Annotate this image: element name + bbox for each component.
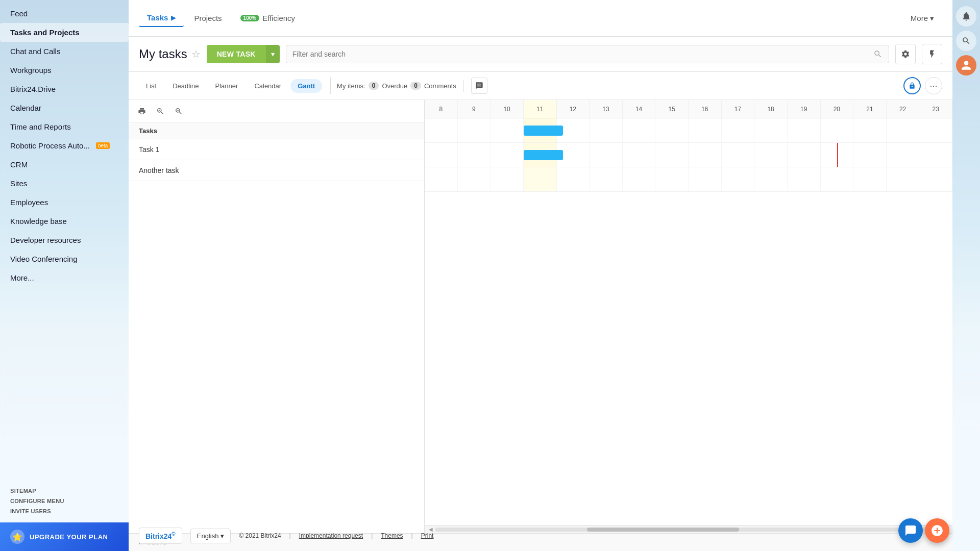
more-options-button[interactable]: ···: [925, 77, 942, 94]
sidebar-item-more[interactable]: More...: [0, 268, 129, 287]
settings-button[interactable]: [895, 44, 916, 64]
main-fab-button[interactable]: [925, 518, 949, 543]
gantt-bar-task2: [524, 150, 564, 160]
sidebar-item-sites[interactable]: Sites: [0, 174, 129, 193]
search-bar: [286, 45, 889, 63]
sidebar-item-time-reports[interactable]: Time and Reports: [0, 117, 129, 136]
tab-efficiency[interactable]: 100% Efficiency: [232, 10, 304, 27]
page-title: My tasks ☆: [139, 47, 201, 61]
sidebar-item-robotic[interactable]: Robotic Process Auto... beta: [0, 136, 129, 155]
comments-label: Comments: [424, 82, 456, 90]
invite-users-link[interactable]: INVITE USERS: [10, 506, 118, 516]
sidebar-item-dev-label: Developer resources: [10, 236, 81, 244]
toolbar: My tasks ☆ NEW TASK ▾: [129, 37, 952, 72]
sidebar-item-feed[interactable]: Feed: [0, 4, 129, 23]
upgrade-banner[interactable]: ⭐ UPGRADE YOUR PLAN: [0, 522, 129, 551]
tab-tasks[interactable]: Tasks ▶: [139, 9, 184, 27]
sidebar-item-workgroups-label: Workgroups: [10, 66, 52, 74]
gantt-body: [425, 118, 952, 525]
gantt-date-15: 15: [655, 100, 689, 118]
tab-calendar[interactable]: Calendar: [247, 79, 288, 93]
overdue-count-badge: 0: [369, 82, 379, 90]
new-task-button[interactable]: NEW TASK: [207, 45, 266, 63]
footer-language-selector[interactable]: English ▾: [190, 529, 231, 543]
gantt-date-21: 21: [853, 100, 887, 118]
gantt-date-11: 11: [524, 100, 557, 118]
user-avatar-button[interactable]: [956, 55, 976, 76]
tab-list[interactable]: List: [139, 79, 163, 93]
sidebar-item-employees[interactable]: Employees: [0, 193, 129, 212]
sidebar-item-crm-label: CRM: [10, 160, 28, 169]
sidebar-item-kb-label: Knowledge base: [10, 217, 67, 226]
new-task-dropdown-button[interactable]: ▾: [266, 45, 280, 63]
zoom-in-icon-button[interactable]: [153, 104, 167, 118]
lock-button[interactable]: [903, 77, 921, 94]
search-icon: [873, 49, 883, 59]
print-icon-button[interactable]: [135, 104, 149, 118]
sidebar-item-time-label: Time and Reports: [10, 122, 71, 131]
sidebar-item-workgroups[interactable]: Workgroups: [0, 61, 129, 80]
sidebar-item-crm[interactable]: CRM: [0, 155, 129, 174]
gantt-toolbar: [129, 100, 424, 123]
more-button[interactable]: More ▾: [902, 10, 942, 27]
divider: [463, 80, 464, 92]
top-nav: Tasks ▶ Projects 100% Efficiency More ▾: [129, 0, 952, 37]
sidebar-item-drive-label: Bitrix24.Drive: [10, 85, 56, 93]
gantt-date-23: 23: [919, 100, 952, 118]
tab-projects[interactable]: Projects: [186, 10, 230, 27]
sidebar-item-bitrix-drive[interactable]: Bitrix24.Drive: [0, 80, 129, 98]
sidebar-item-knowledge-base[interactable]: Knowledge base: [0, 212, 129, 231]
tab-efficiency-label: Efficiency: [262, 14, 295, 22]
gantt-deadline-line: [837, 143, 838, 167]
tab-gantt[interactable]: Gantt: [290, 79, 322, 93]
footer-logo-button[interactable]: Bitrix24©: [139, 528, 182, 544]
sidebar-item-more-label: More...: [10, 273, 34, 282]
gantt-row-empty: [425, 167, 952, 192]
sidebar-bottom: SITEMAP CONFIGURE MENU INVITE USERS: [0, 480, 129, 522]
footer-impl-request-link[interactable]: Implementation request: [299, 532, 363, 539]
sidebar-item-robotic-label: Robotic Process Auto...: [10, 141, 90, 150]
sidebar-item-chat-calls[interactable]: Chat and Calls: [0, 42, 129, 61]
footer-copyright: © 2021 Bitrix24: [239, 532, 281, 539]
tab-tasks-label: Tasks: [147, 13, 168, 22]
gantt-date-12: 12: [557, 100, 590, 118]
search-button[interactable]: [956, 31, 976, 51]
right-icon-bar: [952, 0, 980, 551]
gantt-date-18: 18: [754, 100, 788, 118]
sidebar-nav: Feed Tasks and Projects Chat and Calls W…: [0, 0, 129, 480]
footer-themes-link[interactable]: Themes: [381, 532, 403, 539]
gantt-date-9: 9: [458, 100, 491, 118]
sidebar-item-employees-label: Employees: [10, 198, 48, 207]
beta-badge: beta: [96, 142, 110, 149]
gantt-area: Tasks Task 1 Another task 89101112131415…: [129, 100, 952, 551]
sidebar-item-tasks-projects[interactable]: Tasks and Projects: [0, 23, 129, 42]
favorite-star-icon[interactable]: ☆: [191, 48, 201, 60]
gantt-task-header: Tasks: [129, 123, 424, 139]
gantt-date-17: 17: [722, 100, 755, 118]
gantt-right-panel: 891011121314151617181920212223 ◀ ▶: [425, 100, 952, 533]
overdue-label: Overdue: [382, 82, 407, 90]
search-input[interactable]: [292, 50, 869, 58]
notifications-button[interactable]: [956, 6, 976, 27]
more-dropdown-icon: ▾: [930, 14, 934, 23]
configure-menu-link[interactable]: CONFIGURE MENU: [10, 496, 118, 506]
gantt-task-row-1[interactable]: Task 1: [129, 139, 424, 160]
sidebar-item-video[interactable]: Video Conferencing: [0, 249, 129, 268]
tab-deadline[interactable]: Deadline: [165, 79, 206, 93]
footer-print-link[interactable]: Print: [421, 532, 434, 539]
sidebar-item-developer[interactable]: Developer resources: [0, 231, 129, 249]
sitemap-link[interactable]: SITEMAP: [10, 486, 118, 496]
chat-fab-button[interactable]: [898, 518, 923, 543]
gantt-task-row-2[interactable]: Another task: [129, 160, 424, 181]
tab-planner[interactable]: Planner: [208, 79, 246, 93]
efficiency-badge: 100%: [240, 15, 260, 21]
chat-icon-button[interactable]: [471, 78, 487, 94]
lightning-button[interactable]: [922, 44, 942, 64]
view-tabs-bar: List Deadline Planner Calendar Gantt My …: [129, 72, 952, 100]
upgrade-label: UPGRADE YOUR PLAN: [30, 533, 108, 541]
gantt-date-16: 16: [689, 100, 722, 118]
sidebar-item-calendar[interactable]: Calendar: [0, 98, 129, 117]
sidebar-item-video-label: Video Conferencing: [10, 255, 77, 263]
lang-dropdown-icon: ▾: [220, 532, 224, 540]
zoom-out-icon-button[interactable]: [172, 104, 186, 118]
